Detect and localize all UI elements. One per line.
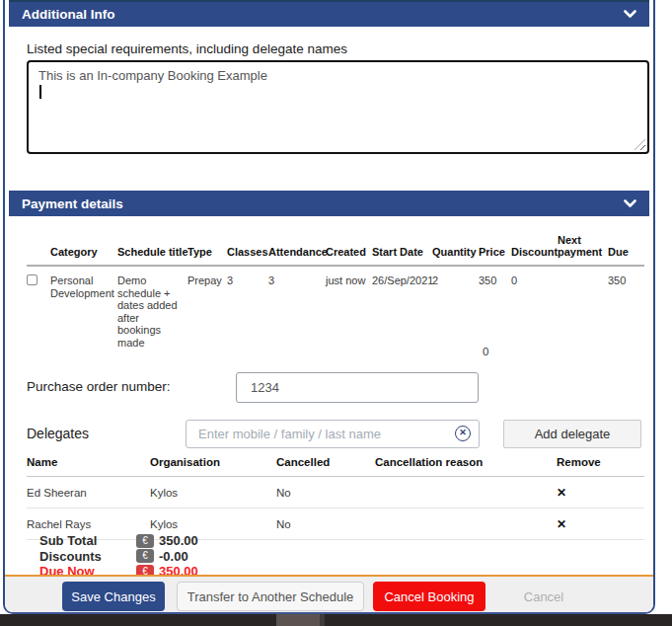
cell-start-date: 26/Sep/2021: [372, 266, 432, 349]
special-requirements-text: This is an In-company Booking Example: [38, 68, 267, 83]
col-type: Type: [187, 234, 227, 266]
col-price: Price: [479, 234, 511, 266]
cell-next-payment: [558, 266, 608, 349]
remove-delegate-icon[interactable]: ✕: [557, 486, 566, 500]
row-select-checkbox[interactable]: [27, 274, 37, 285]
col-name: Name: [27, 452, 150, 477]
col-created: Created: [326, 234, 372, 266]
cancel-button[interactable]: Cancel: [488, 582, 599, 611]
select-column-header: [27, 234, 50, 266]
purchase-order-input[interactable]: [236, 372, 479, 403]
cell-cancellation-reason: [375, 477, 557, 509]
payment-details-title: Payment details: [22, 196, 123, 211]
cell-price: 350: [479, 266, 511, 349]
subtotal-label: Sub Total: [39, 533, 136, 548]
clear-search-icon[interactable]: ✕: [455, 426, 471, 441]
payment-details-header[interactable]: Payment details: [9, 191, 649, 216]
additional-info-header[interactable]: Additional Info: [9, 2, 649, 27]
cell-created: just now: [326, 266, 372, 349]
col-organisation: Organisation: [150, 452, 276, 477]
cell-cancelled: No: [276, 509, 375, 540]
col-category: Category: [50, 234, 117, 266]
discounts-value: -0.00: [159, 549, 188, 564]
special-requirements-textarea[interactable]: This is an In-company Booking Example: [27, 60, 649, 154]
cell-due: 350: [608, 266, 644, 349]
payment-table-header-row: Category Schedule title Type Classes Att…: [27, 234, 644, 266]
discounts-label: Discounts: [39, 549, 136, 564]
subtotal-row: Sub Total € 350.00: [39, 533, 198, 549]
payment-table: Category Schedule title Type Classes Att…: [27, 234, 644, 349]
totals-block: Sub Total € 350.00 Discounts € -0.00 Due…: [39, 533, 198, 580]
modal-footer: Save Changes Transfer to Another Schedul…: [5, 575, 653, 612]
discounts-row: Discounts € -0.00: [39, 549, 198, 565]
cell-type: Prepay: [187, 266, 227, 349]
transfer-schedule-button[interactable]: Transfer to Another Schedule: [177, 582, 364, 611]
col-start-date: Start Date: [372, 234, 432, 266]
discount-total: 0: [483, 346, 488, 357]
delegate-search-wrap: ✕: [186, 420, 480, 448]
cell-name: Ed Sheeran: [27, 477, 150, 509]
remove-delegate-icon[interactable]: ✕: [557, 517, 566, 531]
cell-schedule-title: Demo schedule + dates added after bookin…: [117, 266, 187, 349]
col-cancellation-reason: Cancellation reason: [375, 452, 557, 477]
cell-cancelled: No: [276, 477, 375, 509]
delegates-label: Delegates: [27, 426, 89, 441]
cell-classes: 3: [227, 266, 268, 349]
additional-info-title: Additional Info: [22, 7, 114, 22]
scrollbar-thumb[interactable]: [276, 614, 320, 626]
delegate-row: Ed Sheeran Kylos No ✕: [27, 477, 644, 509]
purchase-order-label: Purchase order number:: [27, 379, 171, 394]
euro-badge-icon: €: [136, 549, 154, 563]
scrollbar-notch: [320, 614, 325, 626]
col-remove: Remove: [557, 452, 644, 477]
cell-discount: 0: [511, 266, 558, 349]
chevron-down-icon[interactable]: [624, 199, 636, 208]
col-schedule-title: Schedule title: [117, 234, 187, 266]
resize-grip-icon[interactable]: [635, 139, 645, 150]
chevron-down-icon[interactable]: [624, 10, 636, 19]
cell-cancellation-reason: [375, 509, 557, 540]
cell-attendance: 3: [268, 266, 326, 349]
payment-row: Personal Development Demo schedule + dat…: [27, 266, 644, 349]
cell-category: Personal Development: [50, 266, 117, 349]
cancel-booking-button[interactable]: Cancel Booking: [373, 582, 485, 611]
cell-quantity: 2: [432, 266, 479, 349]
subtotal-value: 350.00: [159, 533, 198, 548]
col-cancelled: Cancelled: [276, 452, 375, 477]
delegates-header-row: Name Organisation Cancelled Cancellation…: [27, 452, 644, 477]
special-requirements-label: Listed special requirements, including d…: [27, 41, 347, 56]
col-next-payment: Next payment: [558, 234, 608, 266]
col-discount: Discount: [511, 234, 558, 266]
col-quantity: Quantity: [432, 234, 479, 266]
booking-modal: Additional Info Listed special requireme…: [3, 0, 655, 614]
col-due: Due: [608, 234, 644, 266]
bottom-scrollbar-track[interactable]: [0, 614, 672, 626]
euro-badge-icon: €: [136, 534, 154, 548]
col-classes: Classes: [227, 234, 268, 266]
delegates-table: Name Organisation Cancelled Cancellation…: [27, 452, 644, 540]
cell-organisation: Kylos: [150, 477, 276, 509]
add-delegate-button[interactable]: Add delegate: [503, 420, 641, 448]
save-changes-button[interactable]: Save Changes: [62, 582, 165, 611]
delegate-search-input[interactable]: [186, 420, 480, 448]
col-attendance: Attendance: [268, 234, 326, 266]
text-cursor: [39, 85, 41, 99]
